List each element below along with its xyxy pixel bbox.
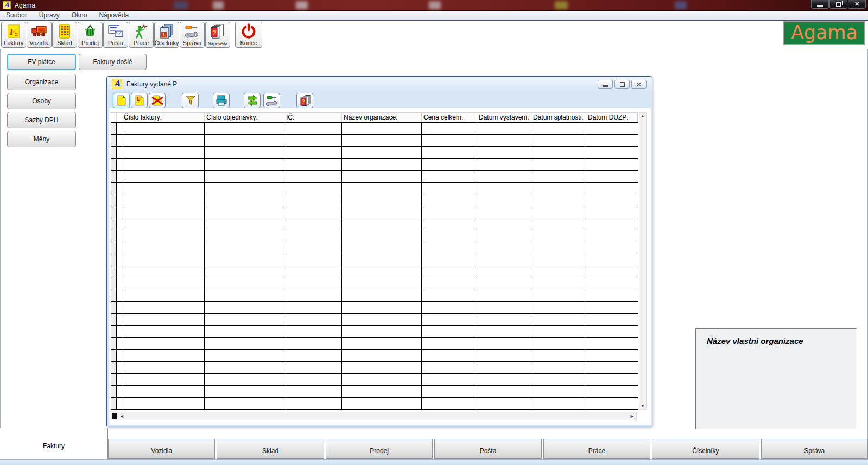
table-cell[interactable] <box>477 278 531 290</box>
table-cell[interactable] <box>477 266 531 278</box>
table-cell[interactable] <box>205 206 284 218</box>
table-cell[interactable] <box>122 314 205 325</box>
table-cell[interactable] <box>422 302 477 313</box>
table-cell[interactable] <box>342 218 422 230</box>
table-cell[interactable] <box>122 230 205 242</box>
table-cell[interactable] <box>586 123 637 134</box>
table-row[interactable] <box>111 374 638 386</box>
toolbar-button-napoveda[interactable]: ? Nápověda <box>205 22 230 48</box>
table-cell[interactable] <box>531 254 586 266</box>
table-cell[interactable] <box>477 326 531 337</box>
table-cell[interactable] <box>531 374 586 385</box>
column-header[interactable]: Datum splatnosti: <box>531 113 586 122</box>
table-cell[interactable] <box>122 123 205 134</box>
edit-record-button[interactable]: E <box>131 93 148 108</box>
column-header[interactable]: Číslo objednávky: <box>205 113 284 122</box>
scrollbar-thumb[interactable] <box>112 413 117 419</box>
table-cell[interactable] <box>205 290 284 301</box>
table-cell[interactable] <box>205 398 284 409</box>
table-row[interactable] <box>111 159 638 171</box>
scroll-left-icon[interactable]: ◄ <box>119 413 124 419</box>
scroll-right-icon[interactable]: ► <box>630 413 635 419</box>
table-cell[interactable] <box>477 338 531 349</box>
horizontal-scrollbar[interactable]: ◄ ► <box>111 412 637 420</box>
table-row[interactable] <box>111 302 638 314</box>
table-cell[interactable] <box>342 278 422 290</box>
table-cell[interactable] <box>342 350 422 361</box>
tab-posta[interactable]: Pošta <box>434 439 541 459</box>
table-cell[interactable] <box>531 171 586 182</box>
sidebar-button-faktury-dosle[interactable]: Faktury došlé <box>79 54 147 70</box>
table-cell[interactable] <box>531 326 586 337</box>
table-cell[interactable] <box>531 230 586 242</box>
table-cell[interactable] <box>284 302 342 313</box>
table-row[interactable] <box>111 290 638 302</box>
table-cell[interactable] <box>586 302 637 313</box>
table-cell[interactable] <box>422 278 477 290</box>
close-button[interactable]: ✕ <box>848 0 866 9</box>
table-cell[interactable] <box>284 183 342 194</box>
table-cell[interactable] <box>422 135 477 146</box>
table-cell[interactable] <box>122 290 205 301</box>
sidebar-button-osoby[interactable]: Osoby <box>7 93 76 109</box>
toolbar-button-sprava[interactable]: Správa <box>180 22 205 48</box>
table-cell[interactable] <box>205 159 284 170</box>
table-row[interactable] <box>111 194 638 206</box>
tab-vozidla[interactable]: Vozidla <box>108 439 215 459</box>
table-cell[interactable] <box>284 123 342 134</box>
scroll-up-icon[interactable]: ▲ <box>639 114 646 118</box>
table-cell[interactable] <box>284 290 342 301</box>
table-cell[interactable] <box>205 266 284 278</box>
table-cell[interactable] <box>284 206 342 218</box>
table-cell[interactable] <box>477 147 531 158</box>
table-cell[interactable] <box>342 302 422 313</box>
table-row[interactable] <box>111 171 638 183</box>
invoice-window-minimize-button[interactable] <box>598 80 613 89</box>
table-cell[interactable] <box>586 326 637 337</box>
table-cell[interactable] <box>531 350 586 361</box>
table-cell[interactable] <box>422 338 477 349</box>
table-cell[interactable] <box>342 242 422 254</box>
table-cell[interactable] <box>342 171 422 182</box>
minimize-button[interactable] <box>811 0 829 9</box>
table-cell[interactable] <box>342 314 422 325</box>
table-cell[interactable] <box>205 326 284 337</box>
column-header[interactable]: Název organizace: <box>342 113 422 122</box>
table-cell[interactable] <box>422 206 477 218</box>
table-cell[interactable] <box>422 218 477 230</box>
table-cell[interactable] <box>122 398 205 409</box>
table-cell[interactable] <box>122 386 205 397</box>
table-row[interactable] <box>111 123 638 135</box>
table-cell[interactable] <box>586 314 637 325</box>
table-cell[interactable] <box>477 242 531 254</box>
table-cell[interactable] <box>477 374 531 385</box>
table-cell[interactable] <box>205 278 284 290</box>
table-cell[interactable] <box>531 302 586 313</box>
table-cell[interactable] <box>531 278 586 290</box>
table-cell[interactable] <box>586 386 637 397</box>
table-cell[interactable] <box>531 194 586 206</box>
table-cell[interactable] <box>477 159 531 170</box>
table-row[interactable] <box>111 314 638 326</box>
table-cell[interactable] <box>422 326 477 337</box>
table-cell[interactable] <box>284 314 342 325</box>
table-cell[interactable] <box>284 386 342 397</box>
table-row[interactable] <box>111 230 638 242</box>
table-row[interactable] <box>111 242 638 254</box>
table-cell[interactable] <box>122 302 205 313</box>
table-cell[interactable] <box>531 206 586 218</box>
table-cell[interactable] <box>205 362 284 373</box>
toolbar-button-konec[interactable]: Konec <box>235 22 262 48</box>
table-cell[interactable] <box>586 338 637 349</box>
table-cell[interactable] <box>342 266 422 278</box>
table-cell[interactable] <box>342 254 422 266</box>
table-cell[interactable] <box>586 398 637 409</box>
table-cell[interactable] <box>284 242 342 254</box>
table-cell[interactable] <box>586 266 637 278</box>
table-cell[interactable] <box>122 374 205 385</box>
table-cell[interactable] <box>531 362 586 373</box>
tab-ciselniky[interactable]: Číselníky <box>652 439 759 459</box>
table-cell[interactable] <box>531 338 586 349</box>
table-cell[interactable] <box>342 326 422 337</box>
table-cell[interactable] <box>477 314 531 325</box>
